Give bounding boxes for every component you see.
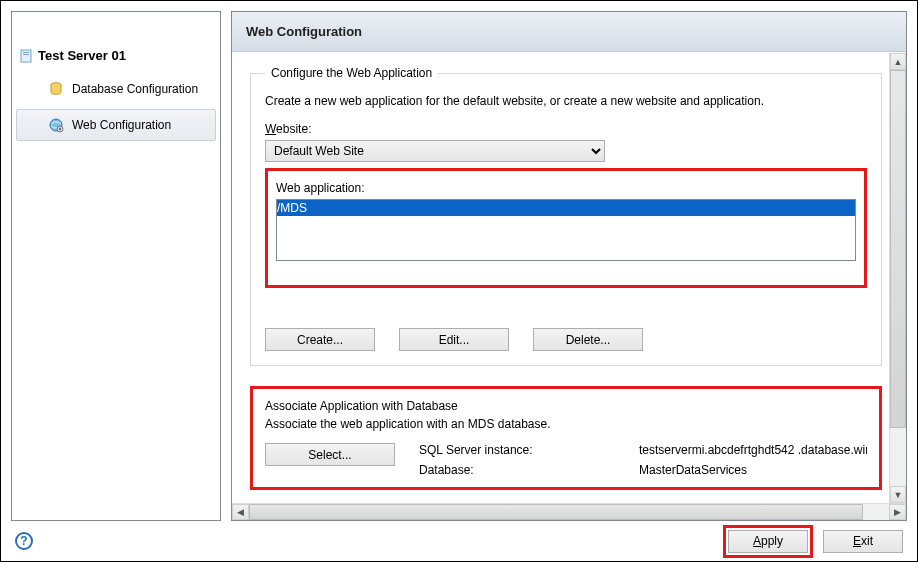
exit-button[interactable]: Exit bbox=[823, 530, 903, 553]
scroll-down-icon[interactable]: ▼ bbox=[890, 486, 906, 503]
scroll-right-icon[interactable]: ▶ bbox=[889, 504, 906, 520]
web-configuration-icon bbox=[48, 117, 64, 133]
associate-legend: Associate Application with Database bbox=[265, 399, 867, 413]
horizontal-scrollbar[interactable]: ◀ ▶ bbox=[232, 503, 906, 520]
sql-instance-label: SQL Server instance: bbox=[419, 443, 619, 457]
webapp-selected-item[interactable]: /MDS bbox=[277, 200, 855, 216]
svg-rect-2 bbox=[23, 54, 29, 55]
sidebar: Test Server 01 Database Configuration We… bbox=[11, 11, 221, 521]
svg-rect-1 bbox=[23, 52, 29, 53]
page-title: Web Configuration bbox=[232, 12, 906, 52]
website-label: Website: bbox=[265, 122, 867, 136]
associate-row: Select... SQL Server instance: testserve… bbox=[265, 443, 867, 477]
configuration-window: Test Server 01 Database Configuration We… bbox=[0, 0, 918, 562]
associate-highlight-box: Associate Application with Database Asso… bbox=[250, 386, 882, 490]
scroll-left-icon[interactable]: ◀ bbox=[232, 504, 249, 520]
footer: ? Apply Exit bbox=[1, 521, 917, 561]
associate-grid: SQL Server instance: testservermi.abcdef… bbox=[419, 443, 867, 477]
database-value: MasterDataServices bbox=[639, 463, 867, 477]
website-dropdown[interactable]: Default Web Site bbox=[265, 140, 605, 162]
vscroll-thumb[interactable] bbox=[890, 70, 906, 428]
delete-button[interactable]: Delete... bbox=[533, 328, 643, 351]
webapp-button-row: Create... Edit... Delete... bbox=[265, 328, 867, 351]
associate-description: Associate the web application with an MD… bbox=[265, 417, 867, 431]
nav-database-configuration[interactable]: Database Configuration bbox=[16, 73, 216, 105]
hscroll-thumb[interactable] bbox=[249, 504, 863, 520]
nav-item-label: Database Configuration bbox=[72, 82, 198, 96]
vscroll-track[interactable] bbox=[890, 70, 906, 486]
webapp-listbox[interactable]: /MDS bbox=[276, 199, 856, 261]
webapp-highlight-box: Web application: /MDS bbox=[265, 168, 867, 288]
apply-button[interactable]: Apply bbox=[728, 530, 808, 553]
edit-button[interactable]: Edit... bbox=[399, 328, 509, 351]
configure-web-app-group: Configure the Web Application Create a n… bbox=[250, 66, 882, 366]
svg-rect-6 bbox=[59, 128, 61, 130]
nav-item-label: Web Configuration bbox=[72, 118, 171, 132]
main-panel: Web Configuration Configure the Web Appl… bbox=[231, 11, 907, 521]
content-row: Test Server 01 Database Configuration We… bbox=[1, 1, 917, 521]
help-icon[interactable]: ? bbox=[15, 532, 33, 550]
sql-instance-value: testservermi.abcdefrtghdt542 .database.w… bbox=[639, 443, 867, 457]
webapp-label: Web application: bbox=[276, 181, 856, 195]
hscroll-track[interactable] bbox=[249, 504, 889, 520]
database-icon bbox=[48, 81, 64, 97]
create-button[interactable]: Create... bbox=[265, 328, 375, 351]
server-tree-root[interactable]: Test Server 01 bbox=[12, 42, 220, 69]
vertical-scrollbar[interactable]: ▲ ▼ bbox=[889, 53, 906, 503]
apply-highlight-box: Apply bbox=[723, 525, 813, 558]
select-database-button[interactable]: Select... bbox=[265, 443, 395, 466]
server-icon bbox=[20, 49, 32, 63]
configure-description: Create a new web application for the def… bbox=[265, 94, 867, 108]
scroll-up-icon[interactable]: ▲ bbox=[890, 53, 906, 70]
server-name-label: Test Server 01 bbox=[38, 48, 126, 63]
nav-web-configuration[interactable]: Web Configuration bbox=[16, 109, 216, 141]
database-label: Database: bbox=[419, 463, 619, 477]
scroll-area: Configure the Web Application Create a n… bbox=[232, 52, 906, 503]
svg-rect-0 bbox=[21, 50, 31, 62]
configure-legend: Configure the Web Application bbox=[265, 66, 438, 80]
